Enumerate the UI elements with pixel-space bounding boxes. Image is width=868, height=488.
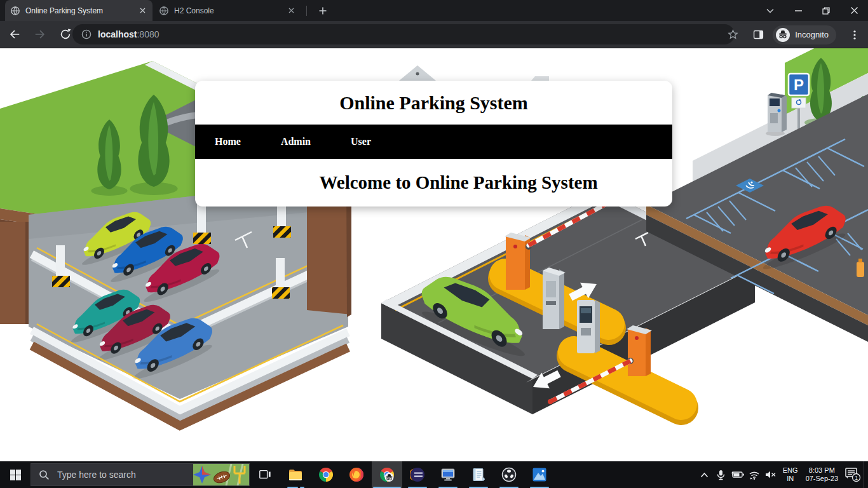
tab-title: H2 Console: [174, 6, 281, 15]
tab-close-icon[interactable]: [137, 6, 147, 16]
task-view-icon[interactable]: [250, 461, 280, 488]
incognito-badge[interactable]: Incognito: [773, 25, 836, 44]
wifi-icon[interactable]: [746, 461, 763, 488]
taskbar-search[interactable]: [31, 463, 250, 486]
tab-online-parking-system[interactable]: Online Parking System: [5, 0, 153, 21]
content-card: Online Parking System Home Admin User We…: [195, 81, 672, 207]
url-port: :8080: [137, 29, 159, 39]
restore-button[interactable]: [812, 0, 840, 21]
url-host: localhost: [98, 29, 137, 39]
hidden-icons-chevron-icon[interactable]: [696, 461, 713, 488]
language-region: IN: [783, 475, 798, 483]
nav-item-user[interactable]: User: [351, 136, 371, 147]
incognito-icon: [775, 27, 790, 43]
tab-divider: [306, 6, 307, 16]
globe-favicon-icon: [159, 6, 169, 16]
search-highlight-doodle[interactable]: [193, 464, 249, 485]
microphone-icon[interactable]: [713, 461, 729, 488]
notification-badge: 1: [855, 475, 858, 481]
address-bar[interactable]: localhost:8080: [72, 24, 735, 44]
page-info-icon[interactable]: [81, 29, 92, 39]
barrier-post-exit: [627, 325, 652, 376]
tab-search-chevron-icon[interactable]: [756, 0, 784, 21]
minimize-button[interactable]: [784, 0, 812, 21]
globe-favicon-icon: [10, 6, 20, 16]
toolbar-right: Incognito: [718, 21, 868, 48]
new-tab-button[interactable]: [314, 2, 332, 20]
language-indicator[interactable]: ENG IN: [779, 466, 802, 483]
taskbar-app-chrome[interactable]: [311, 461, 341, 488]
parking-sign-letter: P: [794, 76, 804, 93]
clock-time: 8:03 PM: [806, 466, 838, 475]
forward-icon[interactable]: [29, 24, 51, 45]
desktop-screen: Online Parking System H2 Console: [0, 0, 868, 488]
taskbar-app-computer[interactable]: [433, 461, 463, 488]
tab-h2-console[interactable]: H2 Console: [154, 0, 301, 21]
barrier-post-entry: [505, 233, 531, 290]
taskbar-app-photos[interactable]: [524, 461, 555, 488]
search-icon: [39, 470, 50, 480]
show-desktop-button[interactable]: [864, 461, 868, 488]
tab-close-icon[interactable]: [286, 6, 296, 16]
bookmark-star-icon[interactable]: [722, 24, 743, 46]
start-button[interactable]: [0, 461, 31, 488]
window-controls: [756, 0, 868, 21]
taskbar-app-file-explorer[interactable]: [280, 461, 311, 488]
language-code: ENG: [783, 466, 798, 475]
taskbar-app-eclipse[interactable]: [402, 461, 433, 488]
main-nav: Home Admin User: [195, 125, 672, 159]
browser-toolbar: localhost:8080 Incognito: [0, 21, 868, 48]
action-center-icon[interactable]: 1: [842, 461, 864, 488]
taskbar-app-notepad[interactable]: [463, 461, 494, 488]
battery-charging-icon[interactable]: [729, 461, 746, 488]
volume-muted-icon[interactable]: [763, 461, 779, 488]
page-title: Online Parking System: [195, 81, 672, 125]
taskbar-app-firefox[interactable]: [341, 461, 372, 488]
clock-date: 07-Sep-23: [806, 475, 838, 483]
ticket-machine: [543, 268, 566, 329]
system-tray: ENG IN 8:03 PM 07-Sep-23 1: [696, 461, 868, 488]
browser-menu-kebab-icon[interactable]: [844, 24, 865, 46]
nav-item-admin[interactable]: Admin: [281, 136, 311, 147]
side-panel-icon[interactable]: [747, 24, 769, 46]
taskbar-app-chrome-incognito[interactable]: [372, 461, 402, 488]
taskbar-app-obs-studio[interactable]: [494, 461, 524, 488]
tab-title: Online Parking System: [25, 6, 132, 15]
close-window-button[interactable]: [840, 0, 868, 21]
web-page: P: [0, 48, 868, 461]
nav-item-home[interactable]: Home: [215, 136, 241, 147]
back-icon[interactable]: [4, 24, 25, 45]
welcome-heading: Welcome to Online Parking System: [195, 159, 672, 207]
background-structures: [399, 65, 549, 81]
payment-kiosk: [577, 300, 600, 353]
windows-taskbar: ENG IN 8:03 PM 07-Sep-23 1: [0, 461, 868, 488]
url-text: localhost:8080: [98, 29, 159, 39]
incognito-label: Incognito: [795, 30, 829, 39]
clock[interactable]: 8:03 PM 07-Sep-23: [802, 466, 842, 483]
browser-tabstrip: Online Parking System H2 Console: [0, 0, 868, 21]
parking-meter: [766, 93, 787, 136]
